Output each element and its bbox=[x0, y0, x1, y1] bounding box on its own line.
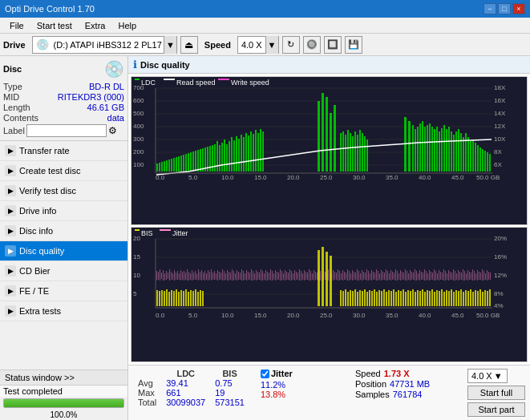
svg-rect-172 bbox=[168, 273, 168, 279]
refresh-button[interactable]: ↻ bbox=[282, 36, 300, 54]
speed-dropdown[interactable]: 4.0 X ▼ bbox=[467, 369, 508, 383]
eject-button[interactable]: ⏏ bbox=[180, 36, 198, 54]
svg-rect-442 bbox=[446, 290, 447, 306]
minimize-button[interactable]: − bbox=[483, 3, 496, 14]
drive-dropdown-arrow[interactable]: ▼ bbox=[164, 36, 176, 54]
maximize-button[interactable]: □ bbox=[498, 3, 511, 14]
status-window-button[interactable]: Status window >> bbox=[0, 370, 127, 385]
sidebar-item-transfer-rate[interactable]: ▶ Transfer rate bbox=[0, 141, 127, 161]
sidebar-item-verify-test-disc[interactable]: ▶ Verify test disc bbox=[0, 181, 127, 201]
svg-rect-422 bbox=[398, 290, 399, 306]
close-button[interactable]: × bbox=[512, 3, 525, 14]
svg-text:Write speed: Write speed bbox=[231, 79, 269, 87]
svg-rect-399 bbox=[342, 291, 344, 306]
sidebar-item-create-test-disc[interactable]: ▶ Create test disc bbox=[0, 161, 127, 181]
svg-rect-300 bbox=[373, 272, 374, 280]
svg-rect-43 bbox=[168, 160, 170, 172]
save-button[interactable]: 💾 bbox=[345, 36, 362, 54]
svg-rect-439 bbox=[439, 291, 440, 306]
svg-rect-80 bbox=[257, 133, 259, 172]
start-full-button[interactable]: Start full bbox=[467, 386, 525, 400]
svg-rect-216 bbox=[238, 272, 239, 280]
svg-rect-250 bbox=[293, 273, 293, 280]
svg-rect-456 bbox=[479, 289, 481, 306]
speed-selector[interactable]: 4.0 X ▼ bbox=[237, 36, 279, 54]
speed-value-stat: 1.73 X bbox=[384, 369, 410, 378]
menu-file[interactable]: File bbox=[3, 19, 30, 32]
svg-rect-195 bbox=[204, 271, 205, 281]
stats-table: LDC BIS Avg 39.41 0.75 Max 661 bbox=[133, 369, 249, 407]
svg-rect-123 bbox=[463, 137, 464, 172]
svg-rect-364 bbox=[475, 273, 476, 280]
svg-text:BIS: BIS bbox=[141, 229, 153, 237]
svg-rect-311 bbox=[390, 270, 391, 281]
svg-rect-48 bbox=[180, 155, 182, 172]
svg-rect-234 bbox=[267, 272, 268, 281]
svg-text:20.0: 20.0 bbox=[287, 174, 300, 181]
start-part-button[interactable]: Start part bbox=[467, 402, 525, 417]
menu-help[interactable]: Help bbox=[111, 19, 143, 32]
svg-text:25.0: 25.0 bbox=[320, 312, 333, 319]
sidebar-item-cd-bier[interactable]: ▶ CD Bier bbox=[0, 261, 127, 281]
sidebar-item-disc-quality[interactable]: ▶ Disc quality bbox=[0, 241, 127, 261]
svg-rect-350 bbox=[453, 269, 454, 281]
extra-tests-icon: ▶ bbox=[5, 305, 16, 317]
svg-rect-314 bbox=[395, 269, 396, 281]
jitter-checkbox[interactable] bbox=[261, 370, 269, 378]
svg-rect-64 bbox=[219, 145, 220, 172]
svg-text:5.0: 5.0 bbox=[188, 174, 198, 181]
svg-rect-84 bbox=[322, 93, 324, 172]
svg-rect-50 bbox=[185, 154, 187, 172]
svg-rect-360 bbox=[469, 272, 470, 280]
svg-rect-333 bbox=[426, 271, 427, 281]
mid-label: MID bbox=[3, 92, 19, 102]
svg-text:35.0: 35.0 bbox=[386, 312, 399, 319]
svg-text:15.0: 15.0 bbox=[254, 312, 267, 319]
sidebar-item-drive-info[interactable]: ▶ Drive info bbox=[0, 201, 127, 221]
svg-rect-65 bbox=[221, 143, 223, 172]
svg-rect-423 bbox=[400, 291, 402, 306]
menu-extra[interactable]: Extra bbox=[79, 19, 112, 32]
svg-rect-132 bbox=[484, 151, 486, 172]
sidebar-item-fe-te[interactable]: ▶ FE / TE bbox=[0, 281, 127, 301]
svg-rect-280 bbox=[341, 273, 342, 280]
svg-rect-261 bbox=[310, 271, 311, 281]
svg-rect-79 bbox=[255, 130, 257, 172]
menu-start-test[interactable]: Start test bbox=[30, 19, 79, 32]
svg-text:0.0: 0.0 bbox=[156, 312, 165, 319]
svg-text:600: 600 bbox=[133, 97, 144, 104]
disc-icon[interactable]: 💿 bbox=[104, 59, 124, 79]
svg-text:Jitter: Jitter bbox=[172, 229, 188, 237]
settings-button-2[interactable]: 🔲 bbox=[324, 36, 342, 54]
svg-rect-412 bbox=[374, 289, 375, 306]
svg-rect-72 bbox=[238, 139, 240, 172]
svg-rect-130 bbox=[479, 147, 481, 172]
speed-dropdown-arrow[interactable]: ▼ bbox=[265, 36, 278, 54]
label-label: Label bbox=[3, 126, 25, 135]
svg-rect-201 bbox=[214, 271, 215, 280]
svg-rect-131 bbox=[482, 149, 483, 172]
svg-rect-67 bbox=[226, 144, 228, 172]
drive-selector[interactable]: 💿 (D:) ATAPI iHBS312 2 PL17 ▼ bbox=[32, 36, 177, 54]
svg-rect-198 bbox=[209, 272, 210, 280]
label-edit-icon[interactable]: ⚙ bbox=[108, 125, 117, 136]
svg-rect-339 bbox=[435, 271, 436, 281]
svg-rect-353 bbox=[458, 270, 459, 281]
svg-rect-338 bbox=[434, 269, 435, 281]
settings-button-1[interactable]: 🔘 bbox=[303, 36, 321, 54]
svg-rect-199 bbox=[211, 269, 212, 281]
svg-rect-352 bbox=[456, 273, 457, 280]
svg-rect-387 bbox=[188, 292, 189, 306]
svg-rect-175 bbox=[172, 273, 173, 280]
label-input[interactable] bbox=[26, 124, 107, 137]
svg-rect-267 bbox=[320, 271, 321, 281]
svg-text:300: 300 bbox=[133, 135, 144, 143]
svg-rect-281 bbox=[342, 270, 343, 281]
sidebar-item-extra-tests[interactable]: ▶ Extra tests bbox=[0, 301, 127, 321]
svg-rect-213 bbox=[233, 271, 234, 281]
svg-text:10X: 10X bbox=[494, 135, 506, 143]
svg-rect-189 bbox=[195, 271, 196, 280]
sidebar-item-disc-info[interactable]: ▶ Disc info bbox=[0, 221, 127, 241]
svg-rect-62 bbox=[214, 144, 216, 172]
drive-value: (D:) ATAPI iHBS312 2 PL17 bbox=[52, 40, 164, 50]
